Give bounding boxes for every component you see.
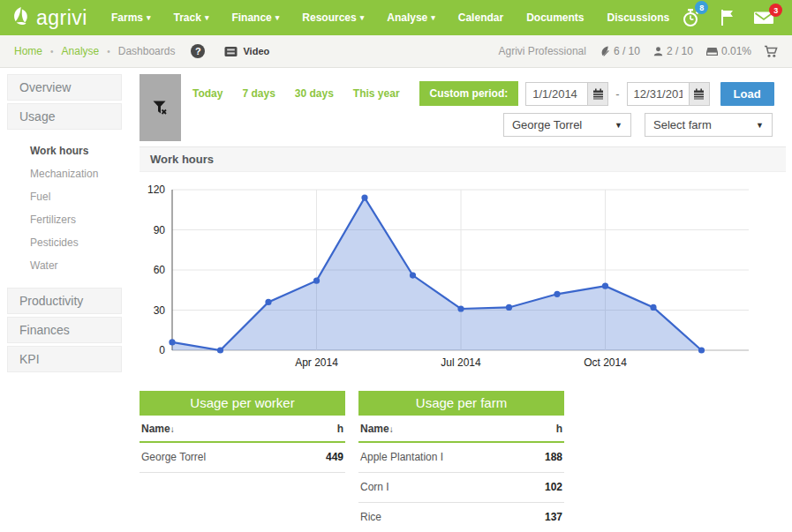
date-to-calendar-button[interactable]: [689, 82, 710, 106]
table-row: Apple Plantation I 188: [358, 443, 564, 473]
svg-text:30: 30: [154, 304, 166, 317]
sidebar-subitem-mechanization[interactable]: Mechanization: [7, 162, 122, 185]
farm-name: Corn I: [360, 481, 389, 493]
caret-down-icon: ▾: [360, 13, 365, 22]
nav-documents[interactable]: Documents: [515, 0, 595, 35]
nav-finance[interactable]: Finance▾: [220, 0, 290, 35]
work-hours-chart[interactable]: 0306090120Apr 2014Jul 2014Oct 2014: [140, 179, 786, 377]
flag-icon: [718, 8, 735, 27]
filter-30-days[interactable]: 30 days: [295, 87, 334, 100]
users-quota: 2 / 10: [652, 45, 693, 57]
filter-this-year[interactable]: This year: [353, 87, 400, 100]
select-caret-icon: ▼: [615, 121, 622, 130]
table-row: Corn I 102: [358, 473, 564, 503]
nav-resources[interactable]: Resources▾: [290, 0, 375, 35]
sidebar-item-finances[interactable]: Finances: [7, 317, 122, 343]
custom-period-button[interactable]: Custom period:: [419, 81, 519, 106]
entity-filter-row: George Torrel ▼ Select farm ▼: [503, 113, 773, 137]
table-row: Rice 137: [358, 503, 564, 532]
sidebar-item-overview[interactable]: Overview: [7, 74, 122, 101]
farm-hours: 102: [545, 481, 562, 493]
breadcrumb-analyse[interactable]: Analyse: [62, 45, 100, 57]
logo-text: agrivi: [36, 6, 87, 30]
leaf-icon: [599, 45, 611, 57]
nav-track[interactable]: Track▾: [162, 0, 221, 35]
worker-name-header[interactable]: Name↓: [141, 423, 175, 435]
alarm-badge: 8: [695, 1, 708, 14]
worker-select[interactable]: George Torrel ▼: [503, 113, 631, 137]
date-to-group: [627, 82, 710, 106]
period-filter-row: Today 7 days 30 days This year Custom pe…: [192, 81, 774, 106]
svg-text:Apr 2014: Apr 2014: [295, 356, 338, 369]
caret-down-icon: ▾: [275, 13, 280, 22]
sidebar-subitem-fertilizers[interactable]: Fertilizers: [7, 208, 122, 231]
sidebar-subitem-water[interactable]: Water: [7, 254, 122, 277]
farm-hours: 137: [545, 511, 562, 523]
main-menu: Farms▾ Track▾ Finance▾ Resources▾ Analys…: [100, 0, 681, 35]
table-row: George Torrel 449: [140, 443, 345, 473]
sidebar-item-kpi[interactable]: KPI: [7, 346, 122, 372]
bullet-separator-icon: •: [50, 47, 54, 56]
filter-today[interactable]: Today: [192, 87, 223, 100]
usage-per-worker-table: Usage per worker Name↓ h George Torrel 4…: [140, 391, 345, 532]
date-from-input[interactable]: [525, 82, 587, 106]
video-icon: [224, 46, 238, 57]
farm-hours: 188: [545, 451, 562, 463]
main-content: Today 7 days 30 days This year Custom pe…: [140, 74, 786, 532]
top-navigation: agrivi Farms▾ Track▾ Finance▾ Resources▾…: [0, 0, 792, 35]
calendar-icon: [693, 88, 705, 100]
farm-name: Rice: [360, 511, 381, 523]
worker-hours-header[interactable]: h: [337, 423, 343, 435]
plan-name: Agrivi Professional: [499, 45, 586, 57]
sidebar-item-productivity[interactable]: Productivity: [7, 288, 122, 314]
sort-down-icon: ↓: [170, 424, 175, 434]
alarms-button[interactable]: 8: [681, 7, 700, 28]
caret-down-icon: ▾: [147, 13, 151, 22]
video-tutorial-button[interactable]: Video: [224, 46, 269, 57]
calendar-icon: [592, 88, 604, 100]
worker-name: George Torrel: [141, 451, 206, 463]
messages-button[interactable]: 3: [753, 10, 774, 26]
farm-name-header[interactable]: Name↓: [360, 423, 394, 435]
nav-analyse[interactable]: Analyse▾: [375, 0, 447, 35]
nav-calendar[interactable]: Calendar: [447, 0, 515, 35]
date-from-group: [525, 82, 608, 106]
date-to-input[interactable]: [627, 82, 689, 106]
load-button[interactable]: Load: [720, 82, 774, 106]
filter-7-days[interactable]: 7 days: [242, 87, 275, 100]
svg-text:0: 0: [159, 344, 165, 356]
help-icon[interactable]: ?: [191, 44, 205, 58]
usage-per-farm-table: Usage per farm Name↓ h Apple Plantation …: [358, 391, 564, 532]
agrivi-logo[interactable]: agrivi: [9, 5, 87, 30]
sort-down-icon: ↓: [389, 424, 394, 434]
farm-table-header: Name↓ h: [358, 416, 564, 443]
section-title: Work hours: [140, 146, 786, 172]
breadcrumb-bar: Home • Analyse • Dashboards ? Video Agri…: [0, 35, 792, 68]
sidebar-subitem-pesticides[interactable]: Pesticides: [7, 231, 122, 254]
nav-discussions[interactable]: Discussions: [595, 0, 681, 35]
account-status: Agrivi Professional 6 / 10 2 / 10 0.01%: [499, 45, 778, 58]
sidebar-item-usage[interactable]: Usage: [7, 103, 122, 130]
usage-tables: Usage per worker Name↓ h George Torrel 4…: [140, 391, 786, 532]
worker-table-header: Name↓ h: [140, 416, 345, 443]
fields-quota: 6 / 10: [599, 45, 640, 57]
date-from-calendar-button[interactable]: [587, 82, 608, 106]
filter-clear-icon: [152, 100, 169, 116]
breadcrumb-home[interactable]: Home: [14, 45, 42, 57]
cart-icon[interactable]: [764, 45, 778, 58]
usage-submenu: Work hours Mechanization Fuel Fertilizer…: [7, 132, 122, 288]
caret-down-icon: ▾: [431, 13, 435, 22]
caret-down-icon: ▾: [205, 13, 209, 22]
nav-farms[interactable]: Farms▾: [100, 0, 162, 35]
mail-badge: 3: [769, 4, 782, 17]
leaf-logo-icon: [9, 5, 34, 30]
sidebar-subitem-fuel[interactable]: Fuel: [7, 185, 122, 208]
farm-hours-header[interactable]: h: [556, 423, 562, 435]
farm-select[interactable]: Select farm ▼: [645, 113, 773, 137]
clear-filter-button[interactable]: [140, 74, 181, 141]
video-label: Video: [243, 46, 269, 56]
sidebar: Overview Usage Work hours Mechanization …: [7, 74, 122, 375]
flags-button[interactable]: [718, 8, 735, 27]
sidebar-subitem-work-hours[interactable]: Work hours: [7, 139, 122, 162]
user-small-icon: [652, 46, 664, 57]
